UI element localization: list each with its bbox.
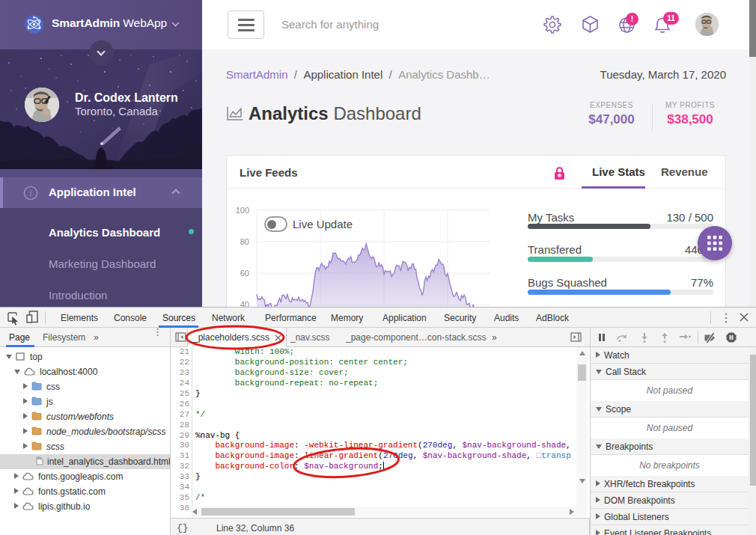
svg-text:i: i [29,188,31,198]
